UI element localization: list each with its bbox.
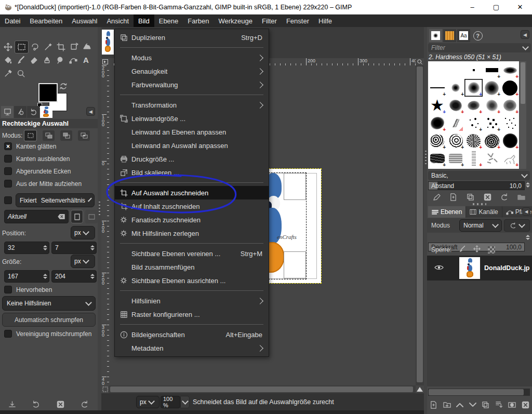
brush-item[interactable]: + [501,79,519,97]
minimize-button[interactable]: – [460,0,484,15]
brush-item[interactable] [428,61,446,79]
tab-tool-options[interactable] [1,106,14,118]
size-unit-dropdown[interactable]: px [71,255,95,268]
layer-name[interactable]: DonaldDuck.jp [484,264,530,272]
antialias-row[interactable]: ×Kanten glätten [4,142,56,150]
menu-item-duplizieren[interactable]: Duplizieren Strg+D [115,31,269,44]
smudge-tool-icon[interactable] [54,54,66,66]
menubar-ebene[interactable]: Ebene [154,15,183,27]
brush-item[interactable]: + [501,61,519,79]
layers-h-scrollbar[interactable] [428,389,530,396]
size-height-field[interactable]: 204 [51,270,97,283]
menu-item-sichtbare-ebenen-vereinen[interactable]: Sichtbare Ebenen vereinen ... Strg+M [115,247,269,260]
layer-mode-reset-group[interactable] [504,219,530,232]
expand-from-center-row[interactable]: Aus der Mitte aufziehen [4,180,82,188]
brush-item[interactable]: ★+ [428,97,446,114]
brush-item[interactable] [446,114,464,132]
menu-item-auf-auswahl-zuschneiden[interactable]: Auf Auswahl zuschneiden [115,186,269,199]
tab-brushes[interactable] [429,29,442,42]
tab-patterns[interactable] [443,29,456,42]
menu-item-genauigkeit[interactable]: Genauigkeit [115,64,269,78]
brush-item[interactable]: + [446,150,464,167]
brush-group-dropdown[interactable]: Basic, [428,171,530,180]
feather-checkbox[interactable] [4,155,12,163]
brush-item[interactable]: + [446,79,464,97]
menubar-fenster[interactable]: Fenster [282,15,314,27]
brush-item[interactable]: + [464,97,483,114]
layer-row-donaldduck[interactable]: DonaldDuck.jp [427,256,532,281]
left-dock-splitter[interactable] [98,27,101,414]
aspect-ratio-input[interactable]: Aktuell [4,210,69,223]
tab-fonts[interactable]: Aa [457,29,470,42]
zoom-follow-window-button[interactable] [416,58,424,65]
brush-item[interactable]: + [483,114,501,132]
paintbrush-tool-icon[interactable] [15,54,28,66]
new-layer-group-icon[interactable] [443,401,451,409]
duplicate-layer-icon[interactable] [482,401,489,409]
menu-item-sichtbare-ebenen-ausrichten[interactable]: Sichtbare Ebenen ausrichten ... [115,274,269,287]
menu-item-leinwandgroesse[interactable]: Leinwandgröße ... [115,112,269,125]
canvas-menu-button[interactable] [101,58,109,65]
brush-item[interactable]: + [428,79,446,97]
brush-item[interactable] [483,150,501,167]
rounded-corners-row[interactable]: Abgerundete Ecken [4,167,71,175]
free-select-tool-icon[interactable] [29,41,42,53]
handle-transform-tool-icon[interactable] [81,41,94,53]
quick-mask-toggle[interactable] [101,385,109,393]
menu-item-leinwand-an-auswahl[interactable]: Leinwand an Auswahl anpassen [115,139,269,152]
delete-preset-icon[interactable] [57,400,64,408]
statusbar-zoom-dropdown[interactable] [180,396,190,408]
feather-row[interactable]: Kanten ausblenden [4,155,70,163]
brush-dock-collapse-button[interactable]: ◀ [521,30,529,39]
spinner[interactable] [43,274,47,279]
highlight-row[interactable]: Hervorheben [4,286,52,293]
canvas-h-scrollbar[interactable] [109,385,416,393]
new-brush-icon[interactable] [449,193,457,201]
menu-item-fanatisch-zuschneiden[interactable]: Fanatisch zuschneiden [115,213,269,226]
brush-item[interactable]: + [446,97,464,114]
menubar-ansicht[interactable]: Ansicht [102,15,134,27]
clear-input-icon[interactable] [58,213,65,220]
zoom-tool-icon[interactable] [15,68,28,79]
fixed-checkbox[interactable] [4,196,12,204]
brush-item-selected[interactable]: + [464,79,483,97]
brush-item[interactable]: + [501,150,519,167]
brush-item[interactable]: + [464,132,483,150]
spinner[interactable] [90,245,95,250]
selection-handle-top-right[interactable] [284,173,306,200]
lock-alpha-icon[interactable] [488,246,495,253]
position-y-field[interactable]: 7 [51,242,97,254]
reset-tool-icon[interactable] [81,400,88,408]
delete-layer-icon[interactable] [522,401,529,409]
brush-item[interactable]: + [464,114,483,132]
lock-pixels-icon[interactable] [459,245,466,255]
fixed-aspect-dropdown[interactable]: Fixiert Seitenverhältnis [16,193,95,207]
swap-colors-icon[interactable] [59,82,68,90]
h-scrollbar-thumb[interactable] [110,386,413,392]
statusbar-zoom-field[interactable]: 100 % [161,396,180,408]
menu-item-farbverwaltung[interactable]: Farbverwaltung [115,78,269,91]
tab-kanaele[interactable]: Kanäle [466,206,502,218]
lock-position-icon[interactable] [473,245,481,255]
menu-item-raster-konfigurieren[interactable]: Raster konfigurieren ... [115,308,269,321]
tab-device-status[interactable]: i [14,106,26,118]
brush-item[interactable]: + [483,132,501,150]
foreground-color-swatch[interactable] [38,83,58,102]
menu-item-metadaten[interactable]: Metadaten [115,341,269,355]
brush-item[interactable]: + [428,132,446,150]
statusbar-unit-dropdown[interactable]: px [136,396,159,408]
canvas-v-scrollbar[interactable] [416,65,424,385]
menubar-bild[interactable]: Bild [134,15,154,27]
restore-preset-icon[interactable] [32,400,40,408]
bucket-fill-tool-icon[interactable] [2,54,15,66]
lower-layer-icon[interactable] [469,403,476,407]
duplicate-brush-icon[interactable] [467,193,474,201]
layer-thumbnail[interactable] [459,257,480,279]
shrink-merged-checkbox[interactable] [4,330,12,338]
brush-item[interactable]: + [501,132,519,150]
mode-intersect-button[interactable] [78,130,90,141]
menubar-farben[interactable]: Farben [183,15,214,27]
shrink-merged-row[interactable]: Vereinigung mitschrumpfen [4,330,91,338]
menu-item-auf-inhalt-zuschneiden[interactable]: Auf Inhalt zuschneiden [115,199,269,213]
brush-grid[interactable]: + + + + + + + ★+ + + + + + + + + + + + +… [428,61,519,169]
